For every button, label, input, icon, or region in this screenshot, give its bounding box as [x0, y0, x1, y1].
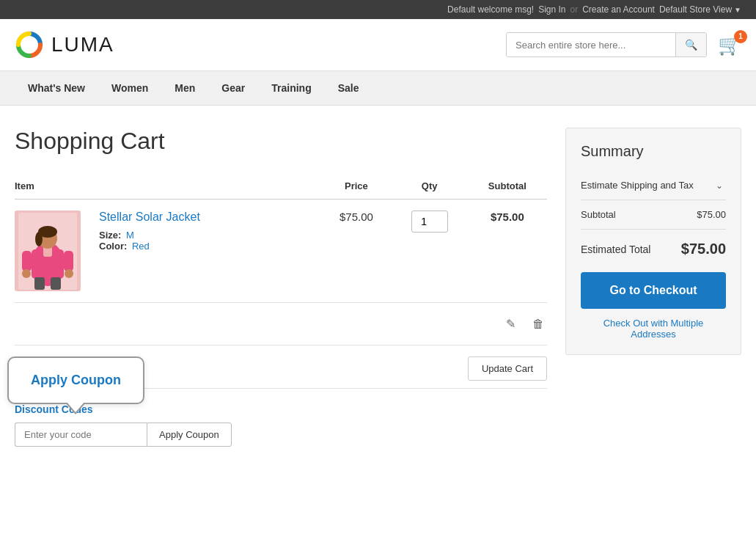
subtotal-label: Subtotal [581, 209, 697, 220]
svg-rect-12 [34, 277, 45, 290]
qty-input[interactable] [411, 211, 448, 233]
apply-coupon-button[interactable]: Apply Coupon [147, 423, 232, 447]
search-input[interactable] [507, 34, 675, 56]
search-box: 🔍 [506, 32, 707, 57]
subtotal-row: Subtotal $75.00 [581, 200, 726, 230]
nav-item-training[interactable]: Training [258, 71, 324, 105]
cart-actions-cell: ✎ 🗑 [15, 303, 547, 345]
welcome-message: Default welcome msg! [447, 4, 534, 15]
logo[interactable]: LUMA [15, 30, 114, 59]
cart-icon-wrapper[interactable]: 🛒 1 [718, 34, 741, 56]
page-title: Shopping Cart [15, 128, 547, 155]
discount-input-row: Apply Coupon Apply Coupon [15, 423, 547, 447]
shipping-label: Estimate Shipping and Tax [581, 180, 713, 191]
price-cell: $75.00 [321, 200, 392, 303]
product-info-cell: Stellar Solar Jacket Size: M Color: Red [88, 200, 321, 303]
store-view-selector[interactable]: Default Store View ▼ [659, 4, 741, 15]
col-qty: Qty [392, 173, 468, 200]
estimated-total-value: $75.00 [681, 241, 726, 257]
product-svg [18, 213, 77, 290]
svg-rect-9 [64, 251, 73, 271]
checkout-button[interactable]: Go to Checkout [581, 272, 726, 309]
discount-codes-label[interactable]: Discount Codes [15, 403, 547, 415]
delete-item-button[interactable]: 🗑 [529, 315, 547, 334]
color-value: Red [132, 241, 150, 252]
cart-section: Shopping Cart Item Price Qty Subtotal [15, 128, 547, 447]
top-bar: Default welcome msg! Sign In or Create a… [0, 0, 756, 19]
product-image [15, 211, 81, 291]
product-attrs: Size: M Color: Red [99, 230, 321, 252]
coupon-code-input[interactable] [15, 423, 147, 447]
product-image-cell [15, 200, 88, 303]
size-value: M [126, 230, 134, 241]
col-item: Item [15, 173, 321, 200]
edit-item-button[interactable]: ✎ [503, 314, 518, 334]
tooltip-wrapper: Apply Coupon [15, 423, 147, 447]
multi-address-link[interactable]: Check Out with Multiple Addresses [581, 318, 726, 340]
logo-text: LUMA [51, 33, 114, 56]
main-nav: What's New Women Men Gear Training Sale [0, 71, 756, 106]
color-label: Color: [99, 241, 127, 252]
search-button[interactable]: 🔍 [675, 33, 706, 56]
cart-table-header: Item Price Qty Subtotal [15, 173, 547, 200]
or-separator: or [570, 4, 579, 15]
shipping-row: Estimate Shipping and Tax ⌄ [581, 171, 726, 200]
svg-point-7 [35, 232, 43, 246]
create-account-link[interactable]: Create an Account [582, 4, 655, 15]
svg-rect-8 [22, 251, 32, 271]
product-size: Size: M [99, 230, 321, 241]
cart-item-row: Stellar Solar Jacket Size: M Color: Red [15, 200, 547, 303]
size-label: Size: [99, 230, 121, 241]
product-color: Color: Red [99, 241, 321, 252]
estimated-total-label: Estimated Total [581, 244, 650, 255]
header-right: 🔍 🛒 1 [506, 32, 741, 57]
col-subtotal: Subtotal [468, 173, 547, 200]
subtotal-value: $75.00 [697, 209, 726, 220]
nav-item-women[interactable]: Women [98, 71, 161, 105]
subtotal-cell: $75.00 [468, 200, 547, 303]
nav-item-men[interactable]: Men [161, 71, 208, 105]
svg-rect-13 [51, 277, 61, 290]
shipping-chevron-button[interactable]: ⌄ [713, 180, 726, 191]
svg-point-10 [22, 269, 31, 278]
nav-item-whats-new[interactable]: What's New [15, 71, 98, 105]
product-name-link[interactable]: Stellar Solar Jacket [99, 211, 200, 223]
cart-badge: 1 [734, 30, 747, 43]
action-icons: ✎ 🗑 [15, 314, 547, 334]
logo-icon [15, 30, 44, 59]
estimated-total-row: Estimated Total $75.00 [581, 230, 726, 268]
tooltip-text: Apply Coupon [31, 373, 121, 387]
col-price: Price [321, 173, 392, 200]
cart-actions-row: ✎ 🗑 [15, 303, 547, 345]
discount-section: Discount Codes Apply Coupon Apply Coupon [15, 403, 547, 447]
summary-title: Summary [581, 143, 726, 160]
nav-item-sale[interactable]: Sale [325, 71, 373, 105]
svg-point-11 [65, 269, 73, 278]
summary-panel: Summary Estimate Shipping and Tax ⌄ Subt… [565, 128, 741, 355]
store-view-chevron-icon: ▼ [734, 6, 741, 14]
main-content: Shopping Cart Item Price Qty Subtotal [0, 106, 756, 469]
store-view-label: Default Store View [659, 4, 732, 15]
tooltip-bubble: Apply Coupon [7, 356, 144, 404]
qty-cell [392, 200, 468, 303]
nav-item-gear[interactable]: Gear [208, 71, 258, 105]
update-cart-button[interactable]: Update Cart [468, 356, 547, 381]
header: LUMA 🔍 🛒 1 [0, 19, 756, 71]
product-info: Stellar Solar Jacket Size: M Color: Red [88, 211, 321, 252]
signin-link[interactable]: Sign In [538, 4, 565, 15]
